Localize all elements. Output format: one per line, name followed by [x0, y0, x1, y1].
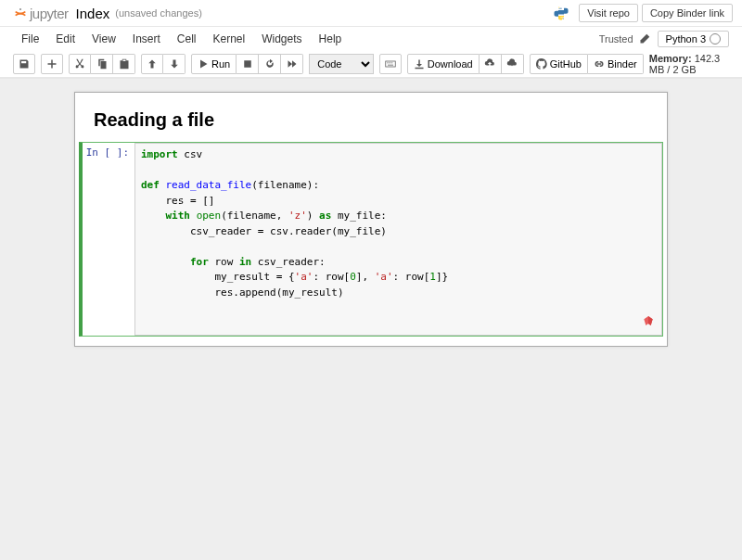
download-button[interactable]: Download	[407, 54, 480, 74]
arrow-up-icon	[147, 58, 158, 70]
binder-button[interactable]: Binder	[588, 54, 644, 74]
cloud-download-icon	[506, 58, 518, 70]
logo-text: jupyter	[30, 6, 69, 21]
svg-rect-4	[386, 61, 396, 67]
github-button[interactable]: GitHub	[530, 54, 588, 74]
python-icon	[553, 5, 569, 21]
fast-forward-icon	[287, 58, 298, 70]
markdown-cell[interactable]: Reading a file	[75, 93, 667, 140]
trusted-indicator[interactable]: Trusted	[599, 33, 633, 45]
svg-point-0	[19, 8, 21, 10]
input-prompt: In [ ]:	[83, 143, 134, 336]
command-palette-button[interactable]	[379, 54, 402, 74]
kite-badge-icon	[641, 314, 656, 329]
menu-bar: FileEditViewInsertCellKernelWidgetsHelp	[13, 30, 350, 48]
kernel-indicator[interactable]: Python 3	[658, 31, 729, 47]
restart-button[interactable]	[259, 54, 281, 74]
arrow-down-icon	[169, 58, 180, 70]
paste-button[interactable]	[113, 54, 135, 74]
markdown-heading: Reading a file	[94, 109, 648, 131]
cloud-download-button[interactable]	[502, 54, 524, 74]
menu-item-cell[interactable]: Cell	[169, 30, 205, 48]
menu-item-kernel[interactable]: Kernel	[205, 30, 254, 48]
save-icon	[19, 58, 30, 70]
svg-rect-8	[388, 64, 393, 65]
code-cell[interactable]: In [ ]: import csv def read_data_file(fi…	[79, 142, 663, 337]
plus-icon	[46, 58, 58, 70]
menu-item-file[interactable]: File	[13, 30, 47, 48]
keyboard-icon	[385, 58, 396, 70]
stop-button[interactable]	[237, 54, 259, 74]
visit-repo-button[interactable]: Visit repo	[579, 4, 638, 22]
copy-button[interactable]	[91, 54, 113, 74]
save-status: (unsaved changes)	[115, 7, 202, 19]
notebook-title[interactable]: Index	[76, 6, 110, 21]
notebook-container: Reading a file In [ ]: import csv def re…	[74, 92, 668, 347]
pencil-icon[interactable]	[639, 33, 650, 45]
move-up-button[interactable]	[141, 54, 163, 74]
svg-rect-7	[391, 62, 393, 63]
menu-item-help[interactable]: Help	[311, 30, 351, 48]
menu-item-insert[interactable]: Insert	[124, 30, 169, 48]
svg-rect-6	[389, 62, 390, 63]
svg-rect-3	[244, 60, 251, 68]
play-icon	[198, 58, 209, 70]
menu-item-edit[interactable]: Edit	[47, 30, 83, 48]
svg-rect-5	[387, 62, 389, 63]
menu-item-widgets[interactable]: Widgets	[253, 30, 310, 48]
copy-binder-link-button[interactable]: Copy Binder link	[642, 4, 733, 22]
cloud-upload-button[interactable]	[480, 54, 502, 74]
code-input[interactable]: import csv def read_data_file(filename):…	[134, 143, 662, 336]
svg-point-1	[558, 6, 559, 7]
restart-run-all-button[interactable]	[281, 54, 303, 74]
menu-item-view[interactable]: View	[83, 30, 124, 48]
save-button[interactable]	[13, 54, 35, 74]
memory-indicator: Memory: 142.3 MB / 2 GB	[649, 53, 729, 75]
run-button[interactable]: Run	[191, 54, 237, 74]
copy-icon	[96, 58, 108, 70]
restart-icon	[264, 58, 275, 70]
move-down-button[interactable]	[163, 54, 186, 74]
cloud-upload-icon	[484, 58, 495, 70]
github-icon	[536, 58, 547, 70]
add-cell-button[interactable]	[41, 54, 63, 74]
toolbar: Run Code Download GitHub Binder Memory: …	[0, 50, 742, 78]
kernel-name: Python 3	[666, 33, 706, 45]
jupyter-logo[interactable]: jupyter	[13, 6, 69, 21]
stop-icon	[242, 58, 253, 70]
celltype-dropdown[interactable]: Code	[309, 54, 374, 74]
download-icon	[414, 58, 425, 70]
link-icon	[594, 58, 605, 70]
cut-button[interactable]	[69, 54, 91, 74]
kernel-status-icon	[710, 33, 721, 45]
jupyter-icon	[13, 6, 28, 20]
paste-icon	[119, 58, 130, 70]
cut-icon	[74, 58, 85, 70]
